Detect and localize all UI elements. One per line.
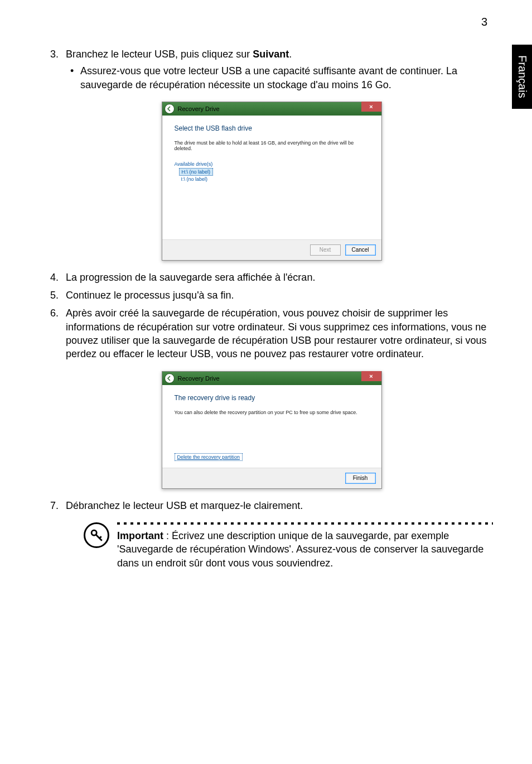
step-6: 6. Après avoir créé la sauvegarde de réc… xyxy=(50,306,493,361)
step-num: 7. xyxy=(50,499,59,512)
step-bold: Suivant xyxy=(253,49,289,60)
note-rest: : Écrivez une description unique de la s… xyxy=(117,530,483,569)
dialog-title: Recovery Drive xyxy=(178,105,220,112)
svg-line-2 xyxy=(99,536,101,538)
dialog-footer: Finish xyxy=(162,468,381,488)
step-num: 5. xyxy=(50,289,59,302)
dialog-select-usb: Recovery Drive × Select the USB flash dr… xyxy=(162,102,382,261)
step-text: Branchez le lecteur USB, puis cliquez su… xyxy=(66,49,253,60)
step-num: 6. xyxy=(50,306,59,320)
step-5: 5. Continuez le processus jusqu'à sa fin… xyxy=(50,289,493,302)
step-text: La progression de la sauvegarde sera aff… xyxy=(66,272,315,283)
step-text: Après avoir créé la sauvegarde de récupé… xyxy=(66,307,486,359)
important-note: Important : Écrivez une description uniq… xyxy=(50,522,493,570)
drive-i[interactable]: I:\ (no label) xyxy=(179,176,210,182)
step-3: 3. Branchez le lecteur USB, puis cliquez… xyxy=(50,47,493,92)
dialog-heading: Select the USB flash drive xyxy=(175,124,369,132)
back-button[interactable] xyxy=(165,104,175,114)
step-text: Débranchez le lecteur USB et marquez-le … xyxy=(66,500,303,511)
drive-h[interactable]: H:\ (no label) xyxy=(179,168,214,176)
svg-point-0 xyxy=(91,530,96,535)
back-button[interactable] xyxy=(165,373,175,383)
close-button[interactable]: × xyxy=(361,371,381,381)
note-text: Important : Écrivez une description uniq… xyxy=(117,529,493,570)
note-bold: Important xyxy=(117,530,163,541)
page-number: 3 xyxy=(481,16,487,28)
dialog-drive-ready: Recovery Drive × The recovery drive is r… xyxy=(162,371,382,489)
step-7: 7. Débranchez le lecteur USB et marquez-… xyxy=(50,499,493,512)
step-text: Continuez le processus jusqu'à sa fin. xyxy=(66,290,234,301)
dotted-divider xyxy=(117,522,493,525)
next-button[interactable]: Next xyxy=(310,244,341,256)
delete-partition-link[interactable]: Delete the recovery partition xyxy=(175,453,243,461)
dialog-titlebar: Recovery Drive × xyxy=(162,372,381,385)
dialog-footer: Next Cancel xyxy=(162,239,381,260)
step-num: 3. xyxy=(50,47,59,61)
available-drives-label: Available drive(s) xyxy=(175,161,369,167)
step-4: 4. La progression de la sauvegarde sera … xyxy=(50,271,493,284)
key-icon xyxy=(84,522,109,548)
cancel-button[interactable]: Cancel xyxy=(345,244,376,256)
step-text-after: . xyxy=(289,49,292,60)
step-3-bullet: Assurez-vous que votre lecteur USB a une… xyxy=(66,64,493,92)
dialog-description: You can also delete the recovery partiti… xyxy=(175,410,369,415)
dialog-description: The drive must be able to hold at least … xyxy=(175,140,369,151)
dialog-heading: The recovery drive is ready xyxy=(175,394,369,402)
arrow-left-icon xyxy=(167,376,172,381)
step-num: 4. xyxy=(50,271,59,284)
dialog-title: Recovery Drive xyxy=(178,375,220,382)
dialog-titlebar: Recovery Drive × xyxy=(162,102,381,116)
arrow-left-icon xyxy=(167,106,172,112)
finish-button[interactable]: Finish xyxy=(345,473,376,484)
language-tab: Français xyxy=(512,45,532,109)
close-button[interactable]: × xyxy=(361,102,381,112)
